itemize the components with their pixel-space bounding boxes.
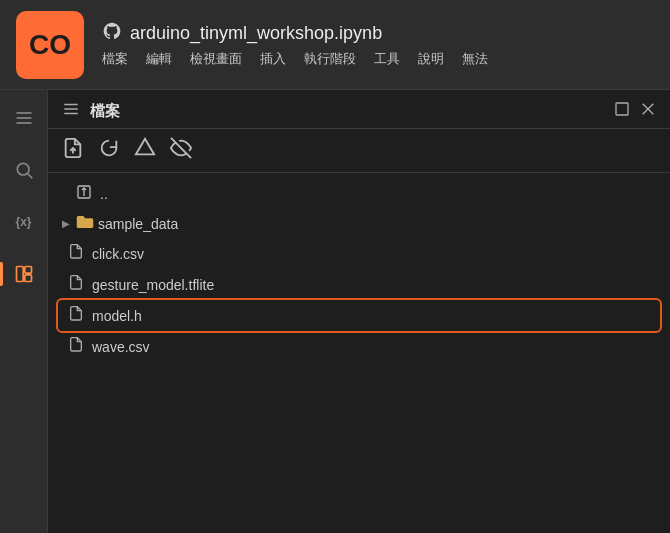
github-icon [102,21,122,46]
hamburger-icon[interactable] [62,100,80,122]
file-name: wave.csv [92,339,150,355]
svg-line-4 [27,174,32,179]
file-name: gesture_model.tflite [92,277,214,293]
up-arrow-icon [76,184,92,204]
list-item[interactable]: wave.csv [48,331,670,362]
notebook-title: arduino_tinyml_workshop.ipynb [130,23,382,44]
menu-runtime[interactable]: 執行階段 [304,50,356,68]
menu-edit[interactable]: 編輯 [146,50,172,68]
chevron-right-icon: ▶ [62,218,70,229]
list-item[interactable]: model.h [58,300,660,331]
logo: CO [16,11,84,79]
file-icon [68,274,84,295]
file-list: .. ▶ sample_data [48,173,670,533]
hide-icon[interactable] [170,137,192,164]
close-icon[interactable] [640,101,656,121]
file-icon [68,243,84,264]
svg-point-3 [17,163,29,175]
sidebar-item-variables[interactable]: {x} [8,206,40,238]
svg-marker-15 [136,139,154,155]
file-toolbar [48,129,670,173]
svg-rect-10 [64,113,78,115]
folder-name: sample_data [98,216,178,232]
upload-file-icon[interactable] [62,137,84,164]
folder-icon [76,214,94,233]
panel-title: 檔案 [90,102,120,121]
svg-rect-1 [16,117,31,119]
svg-rect-8 [64,104,78,106]
svg-rect-7 [24,275,31,282]
panel-header-right [614,101,656,121]
menu-file[interactable]: 檔案 [102,50,128,68]
svg-rect-9 [64,108,78,110]
sidebar-item-search[interactable] [8,154,40,186]
titlebar: CO arduino_tinyml_workshop.ipynb 檔案 編輯 檢… [0,0,670,90]
menu-more[interactable]: 無法 [462,50,488,68]
window-icon[interactable] [614,101,630,121]
refresh-icon[interactable] [98,137,120,164]
menu-view[interactable]: 檢視畫面 [190,50,242,68]
panel-header: 檔案 [48,90,670,129]
menubar: 檔案 編輯 檢視畫面 插入 執行階段 工具 說明 無法 [102,50,488,68]
menu-insert[interactable]: 插入 [260,50,286,68]
list-item[interactable]: click.csv [48,238,670,269]
panel-header-left: 檔案 [62,100,120,122]
logo-text: CO [29,29,71,61]
titlebar-title: arduino_tinyml_workshop.ipynb [102,21,488,46]
list-item[interactable]: gesture_model.tflite [48,269,670,300]
drive-icon[interactable] [134,137,156,164]
file-name: click.csv [92,246,144,262]
file-panel: 檔案 [48,90,670,533]
list-item[interactable]: ▶ sample_data [48,209,670,238]
parent-dir-name: .. [100,186,108,202]
svg-rect-6 [24,267,31,274]
sidebar-item-menu[interactable] [8,102,40,134]
main-layout: {x} 檔案 [0,90,670,533]
file-icon [68,305,84,326]
titlebar-right: arduino_tinyml_workshop.ipynb 檔案 編輯 檢視畫面… [102,21,488,68]
list-item[interactable]: .. [48,179,670,209]
file-name: model.h [92,308,142,324]
svg-rect-11 [616,103,628,115]
svg-rect-5 [16,267,23,282]
menu-help[interactable]: 說明 [418,50,444,68]
svg-rect-2 [16,122,31,124]
svg-rect-0 [16,112,31,114]
menu-tools[interactable]: 工具 [374,50,400,68]
icon-rail: {x} [0,90,48,533]
sidebar-item-files[interactable] [8,258,40,290]
file-icon [68,336,84,357]
